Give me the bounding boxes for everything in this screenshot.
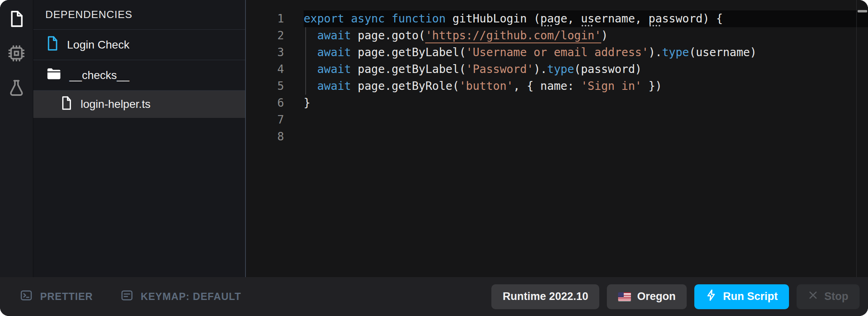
folder-icon bbox=[47, 68, 61, 83]
tree-item-checks-folder[interactable]: __checks__ bbox=[33, 60, 245, 91]
run-script-label: Run Script bbox=[723, 290, 778, 303]
line-number: 1 bbox=[246, 10, 284, 27]
flask-icon bbox=[7, 79, 26, 97]
code-line[interactable] bbox=[304, 128, 756, 145]
activity-bar bbox=[0, 0, 33, 277]
tree-item-label: Login Check bbox=[67, 38, 130, 51]
region-selector-button[interactable]: Oregon bbox=[607, 284, 687, 309]
files-tab-button[interactable] bbox=[6, 9, 26, 29]
code-content[interactable]: export async function gitHubLogin (page,… bbox=[304, 10, 756, 145]
tree-item-login-check[interactable]: Login Check bbox=[33, 30, 245, 60]
code-editor[interactable]: 1 2 3 4 5 6 7 8 export async function gi… bbox=[246, 0, 868, 277]
run-script-button[interactable]: Run Script bbox=[694, 284, 789, 309]
us-flag-icon bbox=[618, 292, 631, 301]
line-number: 6 bbox=[246, 95, 284, 111]
scrollbar-thumb[interactable] bbox=[858, 10, 867, 12]
dependencies-header: DEPENDENCIES bbox=[33, 0, 245, 30]
code-line[interactable]: await page.goto('https://github.com/logi… bbox=[304, 27, 756, 44]
stop-label: Stop bbox=[824, 290, 848, 303]
code-line[interactable]: } bbox=[304, 95, 756, 111]
status-bar: PRETTIER KEYMAP: DEFAULT Runtime 2022.10… bbox=[0, 277, 868, 316]
file-icon bbox=[61, 96, 72, 113]
keymap-label: KEYMAP: DEFAULT bbox=[141, 291, 241, 302]
tree-item-label: __checks__ bbox=[69, 69, 129, 82]
line-number: 8 bbox=[246, 128, 284, 145]
file-icon bbox=[7, 10, 26, 28]
code-line[interactable] bbox=[304, 111, 756, 128]
tree-item-label: login-helper.ts bbox=[81, 98, 150, 111]
stop-button[interactable]: Stop bbox=[797, 284, 860, 309]
line-number: 5 bbox=[246, 78, 284, 95]
line-number: 2 bbox=[246, 27, 284, 44]
runtime-label: Runtime 2022.10 bbox=[503, 290, 588, 303]
tree-item-login-helper[interactable]: login-helper.ts bbox=[33, 91, 245, 118]
prettier-label: PRETTIER bbox=[40, 291, 93, 302]
script-editor-window: DEPENDENCIES Login Check __checks__ bbox=[0, 0, 868, 316]
line-number: 7 bbox=[246, 111, 284, 128]
prettier-setting[interactable]: PRETTIER bbox=[17, 288, 95, 305]
status-bar-actions: Runtime 2022.10 Oregon Run Script bbox=[491, 284, 860, 309]
code-line[interactable]: export async function gitHubLogin (page,… bbox=[304, 10, 756, 27]
runtime-tab-button[interactable] bbox=[6, 43, 26, 63]
file-tree-panel: DEPENDENCIES Login Check __checks__ bbox=[33, 0, 246, 277]
scrollbar-track bbox=[856, 0, 857, 277]
line-number-gutter: 1 2 3 4 5 6 7 8 bbox=[246, 10, 284, 145]
region-label: Oregon bbox=[637, 290, 675, 303]
code-line[interactable]: await page.getByLabel('Password').type(p… bbox=[304, 61, 756, 78]
tests-tab-button[interactable] bbox=[6, 78, 26, 98]
keymap-icon bbox=[120, 289, 134, 304]
dependencies-header-label: DEPENDENCIES bbox=[45, 8, 132, 21]
keymap-setting[interactable]: KEYMAP: DEFAULT bbox=[118, 288, 244, 305]
terminal-icon bbox=[20, 289, 33, 304]
line-number: 4 bbox=[246, 61, 284, 78]
code-line[interactable]: await page.getByRole('button', { name: '… bbox=[304, 78, 756, 95]
runtime-selector-button[interactable]: Runtime 2022.10 bbox=[491, 284, 599, 309]
line-number: 3 bbox=[246, 44, 284, 61]
lightning-bolt-icon bbox=[706, 289, 717, 304]
chip-icon bbox=[7, 44, 26, 63]
file-icon bbox=[47, 36, 59, 54]
code-line[interactable]: await page.getByLabel('Username or email… bbox=[304, 44, 756, 61]
close-icon bbox=[808, 290, 818, 303]
